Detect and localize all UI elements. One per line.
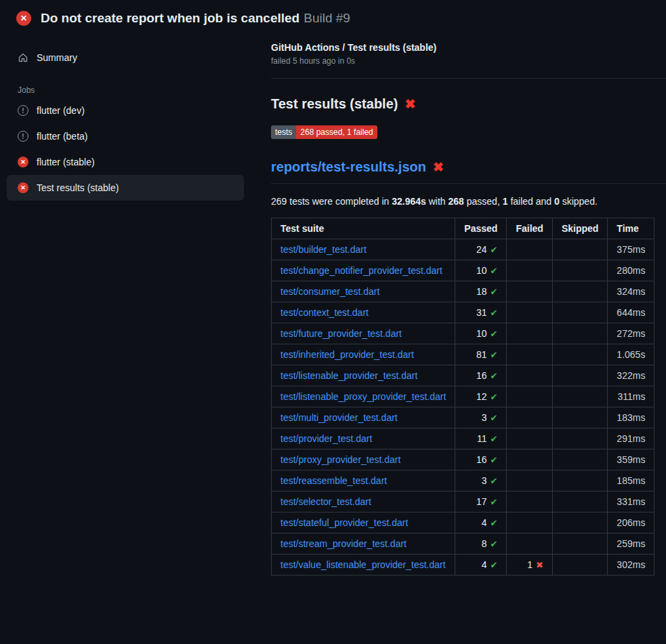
test-suite-link[interactable]: test/stateful_provider_test.dart: [280, 517, 408, 528]
summary-duration: 32.964s: [392, 196, 426, 207]
passed-count: 17: [476, 496, 487, 507]
failed-cell: [507, 428, 552, 449]
test-suite-link[interactable]: test/reassemble_test.dart: [280, 475, 387, 486]
passed-count: 24: [476, 244, 487, 255]
suite-cell: test/builder_test.dart: [272, 239, 455, 260]
passed-count: 4: [482, 559, 487, 570]
skipped-cell: [552, 281, 607, 302]
failed-cross-icon: ✖: [433, 161, 444, 174]
test-suite-link[interactable]: test/builder_test.dart: [280, 244, 367, 255]
time-cell: 331ms: [608, 491, 654, 512]
skipped-cell: [552, 470, 607, 491]
test-suite-link[interactable]: test/provider_test.dart: [280, 433, 372, 444]
test-suite-link[interactable]: test/inherited_provider_test.dart: [280, 349, 414, 360]
sidebar-item-test-results-stable[interactable]: Test results (stable): [7, 175, 244, 201]
header-failed: Failed: [507, 218, 552, 239]
table-row: test/listenable_proxy_provider_test.dart…: [272, 386, 654, 407]
report-link[interactable]: reports/test-results.json: [271, 159, 426, 175]
time-cell: 1.065s: [608, 344, 654, 365]
summary-text: skipped.: [560, 196, 598, 207]
check-icon: ✔: [491, 371, 498, 381]
passed-count: 31: [476, 307, 487, 318]
test-suite-link[interactable]: test/future_provider_test.dart: [280, 328, 402, 339]
sidebar-item-flutter-beta[interactable]: flutter (beta): [7, 123, 244, 149]
sidebar: Summary Jobs flutter (dev) flutter (beta…: [0, 33, 271, 201]
job-label: flutter (beta): [37, 131, 87, 142]
passed-cell: 12✔: [455, 386, 507, 407]
table-row: test/value_listenable_provider_test.dart…: [272, 555, 654, 576]
passed-cell: 31✔: [455, 302, 507, 323]
time-cell: 280ms: [608, 260, 654, 281]
failed-cell: [507, 344, 552, 365]
tests-badge-label: tests: [271, 125, 296, 139]
table-row: test/stateful_provider_test.dart4✔206ms: [272, 512, 654, 534]
check-icon: ✔: [491, 266, 498, 276]
passed-count: 3: [482, 412, 487, 423]
test-suite-link[interactable]: test/selector_test.dart: [280, 496, 371, 507]
failed-cell: [507, 323, 552, 344]
table-row: test/listenable_provider_test.dart16✔322…: [272, 365, 654, 386]
suite-cell: test/stateful_provider_test.dart: [272, 512, 455, 534]
skipped-cell: [552, 323, 607, 344]
build-number: Build #9: [304, 11, 350, 25]
suite-cell: test/reassemble_test.dart: [272, 470, 455, 491]
cross-icon: ✖: [536, 560, 543, 570]
passed-count: 11: [477, 433, 487, 444]
test-suite-link[interactable]: test/multi_provider_test.dart: [280, 412, 398, 423]
test-suite-link[interactable]: test/change_notifier_provider_test.dart: [280, 265, 442, 276]
test-suite-link[interactable]: test/context_test.dart: [280, 307, 369, 318]
skipped-cell: [552, 407, 607, 428]
jobs-heading: Jobs: [7, 85, 244, 95]
suite-cell: test/proxy_provider_test.dart: [272, 449, 455, 470]
time-cell: 375ms: [608, 239, 654, 260]
check-icon: ✔: [491, 287, 498, 297]
test-suite-link[interactable]: test/stream_provider_test.dart: [280, 538, 407, 549]
check-icon: ✔: [491, 413, 498, 423]
skipped-cell: [552, 491, 607, 512]
time-cell: 324ms: [608, 281, 654, 302]
sidebar-item-summary[interactable]: Summary: [7, 45, 244, 71]
summary-text: failed and: [508, 196, 555, 207]
check-icon: ✔: [491, 350, 498, 360]
sidebar-summary-label: Summary: [37, 52, 77, 63]
page-header: Do not create report when job is cancell…: [0, 0, 666, 33]
neutral-status-icon: [18, 105, 28, 116]
summary-text: 269 tests were completed in: [271, 196, 392, 207]
table-row: test/stream_provider_test.dart8✔259ms: [272, 534, 654, 555]
passed-cell: 8✔: [455, 534, 507, 555]
section-title: Test results (stable): [271, 96, 398, 112]
skipped-cell: [552, 365, 607, 386]
skipped-cell: [552, 260, 607, 281]
test-suite-link[interactable]: test/consumer_test.dart: [280, 286, 379, 297]
passed-count: 81: [476, 349, 487, 360]
check-icon: ✔: [491, 560, 498, 570]
breadcrumb: GitHub Actions / Test results (stable): [271, 42, 666, 53]
suite-cell: test/consumer_test.dart: [272, 281, 455, 302]
time-cell: 302ms: [608, 555, 654, 576]
skipped-cell: [552, 302, 607, 323]
passed-count: 4: [482, 517, 487, 528]
test-suite-link[interactable]: test/listenable_provider_test.dart: [280, 370, 417, 381]
table-row: test/provider_test.dart11✔291ms: [272, 428, 654, 449]
test-results-table-body: test/builder_test.dart24✔375mstest/chang…: [272, 239, 654, 576]
build-failed-icon: [16, 11, 31, 26]
test-suite-link[interactable]: test/listenable_proxy_provider_test.dart: [280, 391, 446, 402]
test-suite-link[interactable]: test/proxy_provider_test.dart: [280, 454, 400, 465]
sidebar-item-flutter-dev[interactable]: flutter (dev): [7, 98, 244, 123]
sidebar-item-flutter-stable[interactable]: flutter (stable): [7, 149, 244, 175]
suite-cell: test/stream_provider_test.dart: [272, 534, 455, 555]
passed-cell: 81✔: [455, 344, 507, 365]
check-icon: ✔: [491, 455, 498, 465]
passed-count: 10: [476, 265, 487, 276]
passed-cell: 16✔: [455, 365, 507, 386]
divider: [271, 78, 666, 79]
failed-cell: [507, 302, 552, 323]
test-suite-link[interactable]: test/value_listenable_provider_test.dart: [280, 559, 446, 570]
check-icon: ✔: [491, 329, 498, 339]
job-label: flutter (dev): [37, 105, 85, 116]
summary-text: passed,: [464, 196, 503, 207]
passed-count: 3: [482, 475, 487, 486]
page-title: Do not create report when job is cancell…: [41, 11, 299, 25]
suite-cell: test/selector_test.dart: [272, 491, 455, 512]
skipped-cell: [552, 386, 607, 407]
